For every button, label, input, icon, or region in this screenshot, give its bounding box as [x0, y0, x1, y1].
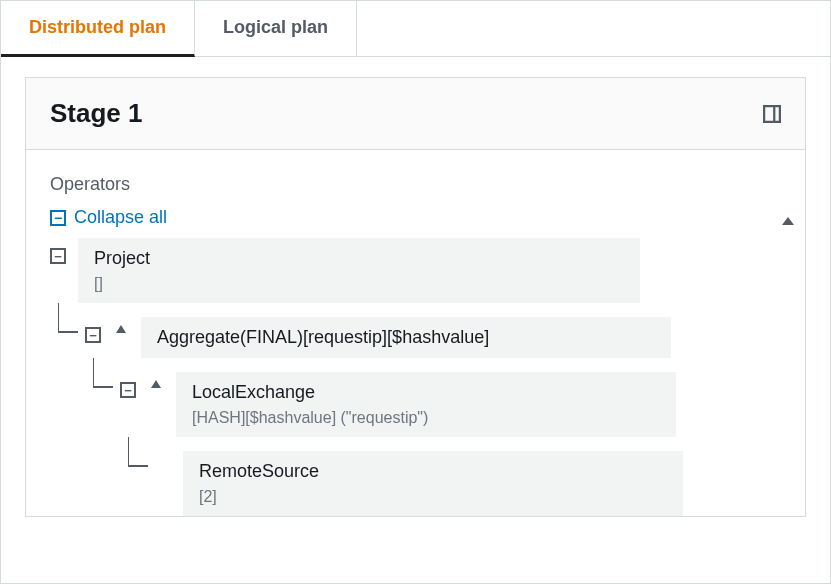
tree-node-aggregate: − Aggregate(FINAL)[requestip][$hashvalue…: [85, 317, 781, 516]
node-detail: [2]: [199, 488, 667, 506]
svg-rect-0: [764, 106, 780, 122]
node-box[interactable]: RemoteSource [2]: [183, 451, 683, 516]
node-title: RemoteSource: [199, 461, 667, 482]
collapse-all-button[interactable]: − Collapse all: [50, 207, 781, 228]
content-area: Stage 1 Operators − Collapse all: [1, 57, 830, 537]
node-box[interactable]: Aggregate(FINAL)[requestip][$hashvalue]: [141, 317, 671, 358]
node-box[interactable]: Project []: [78, 238, 640, 303]
tree-node-localexchange: − LocalExchange [HASH][$hashvalue] ("req…: [120, 372, 781, 516]
node-title: Aggregate(FINAL)[requestip][$hashvalue]: [157, 327, 655, 348]
plan-tabs: Distributed plan Logical plan: [1, 1, 830, 57]
stage-body: Operators − Collapse all − Project []: [26, 150, 805, 516]
toggle-icon[interactable]: −: [85, 327, 101, 343]
node-title: LocalExchange: [192, 382, 660, 403]
node-title: Project: [94, 248, 624, 269]
node-detail: []: [94, 275, 624, 293]
collapse-all-label: Collapse all: [74, 207, 167, 228]
collapse-icon: −: [50, 210, 66, 226]
node-box[interactable]: LocalExchange [HASH][$hashvalue] ("reque…: [176, 372, 676, 437]
stage-header: Stage 1: [26, 78, 805, 150]
tree-node-project: − Project [] −: [50, 238, 781, 516]
tree-node-remotesource: RemoteSource [2]: [155, 451, 781, 516]
toggle-icon[interactable]: −: [50, 248, 66, 264]
stage-title: Stage 1: [50, 98, 143, 129]
operator-tree: − Project [] −: [50, 238, 781, 516]
node-detail: [HASH][$hashvalue] ("requestip"): [192, 409, 660, 427]
tab-logical-plan[interactable]: Logical plan: [195, 1, 357, 56]
scroll-up-icon[interactable]: [777, 210, 799, 232]
panel-icon[interactable]: [763, 105, 781, 123]
arrow-up-icon: [116, 325, 126, 333]
operators-label: Operators: [50, 174, 781, 195]
tab-distributed-plan[interactable]: Distributed plan: [1, 1, 195, 57]
toggle-icon[interactable]: −: [120, 382, 136, 398]
stage-card: Stage 1 Operators − Collapse all: [25, 77, 806, 517]
arrow-up-icon: [151, 380, 161, 388]
